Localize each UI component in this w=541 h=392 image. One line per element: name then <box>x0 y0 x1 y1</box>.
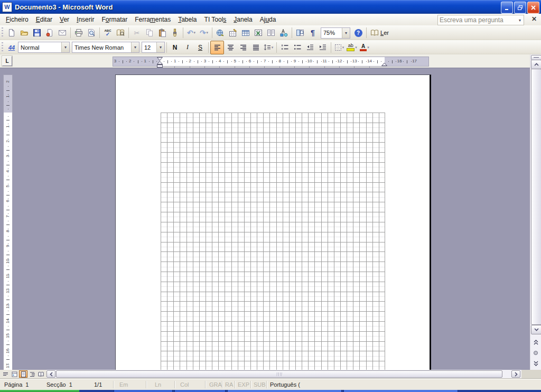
taskbar-button[interactable] <box>174 390 226 392</box>
document-table-grid[interactable] <box>161 113 385 370</box>
indent-markers[interactable] <box>157 57 163 68</box>
redo-dropdown[interactable]: ▾ <box>207 31 209 35</box>
font-dropdown-button[interactable]: ▾ <box>131 42 139 52</box>
font-color-dropdown[interactable]: ▾ <box>367 45 369 50</box>
highlight-button[interactable]: ab▾ <box>346 41 358 54</box>
vertical-scroll-thumb[interactable] <box>531 69 541 325</box>
align-left-button[interactable] <box>210 41 224 54</box>
menu-ajuda[interactable]: Ajuda <box>256 14 280 25</box>
scroll-left-button[interactable] <box>46 370 55 378</box>
menu-ferramentas[interactable]: Ferramentas <box>131 14 174 25</box>
bullets-button[interactable] <box>291 41 304 54</box>
help-button[interactable]: ? <box>352 26 365 39</box>
font-size-combobox[interactable]: 12 ▾ <box>142 42 165 53</box>
chevron-down-icon[interactable]: ▾ <box>518 18 522 23</box>
menu-ver[interactable]: Ver <box>56 14 73 25</box>
numbering-button[interactable] <box>278 41 291 54</box>
vertical-scrollbar[interactable] <box>530 54 541 370</box>
menu-janela[interactable]: Janela <box>230 14 256 25</box>
bold-button[interactable]: N <box>169 41 181 54</box>
increase-indent-button[interactable] <box>316 41 329 54</box>
font-combobox[interactable]: Times New Roman ▾ <box>72 42 139 53</box>
print-button[interactable] <box>72 26 85 39</box>
spelling-button[interactable]: ABC✓ <box>101 26 114 39</box>
insert-hyperlink-button[interactable] <box>214 26 227 39</box>
close-button[interactable] <box>527 2 539 14</box>
outline-view-button[interactable] <box>28 370 36 378</box>
font-color-button[interactable]: A▾ <box>358 41 371 54</box>
border-dropdown[interactable]: ▾ <box>342 45 344 50</box>
taskbar-button[interactable] <box>343 390 458 392</box>
horizontal-ruler[interactable]: 32112345678910111213141617 <box>113 57 429 67</box>
styles-and-formatting-button[interactable]: 44 <box>5 41 18 54</box>
start-button-edge[interactable] <box>0 390 79 392</box>
email-button[interactable] <box>56 26 69 39</box>
cut-button[interactable]: ✂ <box>130 26 143 39</box>
style-combobox[interactable]: Normal ▾ <box>18 42 70 53</box>
document-map-button[interactable] <box>294 26 306 39</box>
drawing-button[interactable] <box>277 26 290 39</box>
menu-editar[interactable]: Editar <box>32 14 56 25</box>
web-layout-view-button[interactable] <box>10 370 18 378</box>
document-page[interactable] <box>115 74 431 370</box>
taskbar-button[interactable] <box>227 390 342 392</box>
border-button[interactable]: ▾ <box>333 41 346 54</box>
restore-button[interactable] <box>514 2 526 14</box>
open-button[interactable] <box>18 26 31 39</box>
print-preview-button[interactable] <box>85 26 98 39</box>
insert-excel-button[interactable] <box>252 26 265 39</box>
vertical-ruler[interactable]: 211234567891011121314151617 <box>3 74 13 370</box>
print-layout-view-button[interactable] <box>19 370 27 378</box>
copy-button[interactable] <box>143 26 156 39</box>
research-button[interactable] <box>114 26 127 39</box>
columns-button[interactable] <box>265 26 277 39</box>
toolbar-grip-icon[interactable] <box>2 27 3 38</box>
italic-button[interactable]: I <box>181 41 194 54</box>
justify-button[interactable] <box>249 41 262 54</box>
save-button[interactable] <box>31 26 43 39</box>
scroll-right-button[interactable] <box>511 370 520 378</box>
insert-table-button[interactable] <box>239 26 252 39</box>
windows-taskbar-edge[interactable] <box>0 390 541 392</box>
align-right-button[interactable] <box>237 41 249 54</box>
line-spacing-button[interactable]: ▾ <box>262 41 275 54</box>
decrease-indent-button[interactable] <box>304 41 316 54</box>
word-app-icon[interactable]: W <box>2 2 12 12</box>
normal-view-button[interactable] <box>1 370 10 378</box>
scroll-up-button[interactable] <box>531 60 541 69</box>
ask-question-box[interactable]: Escreva uma pergunta ▾ <box>437 15 524 25</box>
document-close-button[interactable]: ✕ <box>531 15 537 23</box>
paste-button[interactable] <box>156 26 169 39</box>
read-mode-button[interactable]: Ler <box>368 26 391 39</box>
style-dropdown-button[interactable]: ▾ <box>61 42 69 52</box>
right-indent-marker[interactable] <box>381 62 387 66</box>
font-size-dropdown-button[interactable]: ▾ <box>156 42 164 52</box>
new-document-button[interactable] <box>5 26 18 39</box>
reading-layout-view-button[interactable] <box>37 370 45 378</box>
permission-button[interactable] <box>43 26 56 39</box>
horizontal-scroll-track[interactable] <box>46 370 521 378</box>
horizontal-scroll-thumb[interactable] <box>56 370 502 378</box>
menu-tabela[interactable]: Tabela <box>174 14 200 25</box>
line-spacing-dropdown[interactable]: ▾ <box>272 45 274 50</box>
underline-button[interactable]: S <box>194 41 207 54</box>
zoom-combobox[interactable]: 75% ▾ <box>321 27 350 39</box>
show-formatting-button[interactable]: ¶ <box>306 26 319 39</box>
select-browse-object-button[interactable] <box>531 348 540 358</box>
menu-ti-tools[interactable]: TI Tools <box>201 14 230 25</box>
tab-stop-selector[interactable]: L <box>2 56 12 66</box>
highlight-dropdown[interactable]: ▾ <box>355 45 357 50</box>
align-center-button[interactable] <box>224 41 237 54</box>
menu-inserir[interactable]: Inserir <box>73 14 98 25</box>
menu-ficheiro[interactable]: Ficheiro <box>2 14 32 25</box>
format-painter-button[interactable] <box>169 26 181 39</box>
scroll-down-button[interactable] <box>531 325 541 334</box>
taskbar-button[interactable] <box>114 390 173 392</box>
previous-page-button[interactable] <box>531 338 540 347</box>
minimize-button[interactable] <box>501 2 513 14</box>
menu-formatar[interactable]: Formatar <box>98 14 131 25</box>
redo-button[interactable]: ↷▾ <box>198 26 210 39</box>
tables-and-borders-button[interactable] <box>227 26 239 39</box>
undo-dropdown[interactable]: ▾ <box>194 31 196 35</box>
zoom-dropdown-button[interactable]: ▾ <box>342 28 350 38</box>
